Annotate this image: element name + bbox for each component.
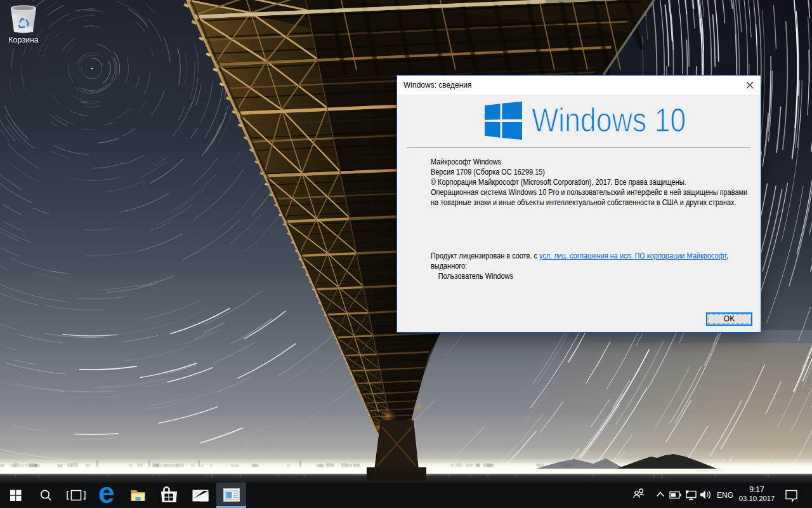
- svg-text:e: e: [98, 483, 115, 508]
